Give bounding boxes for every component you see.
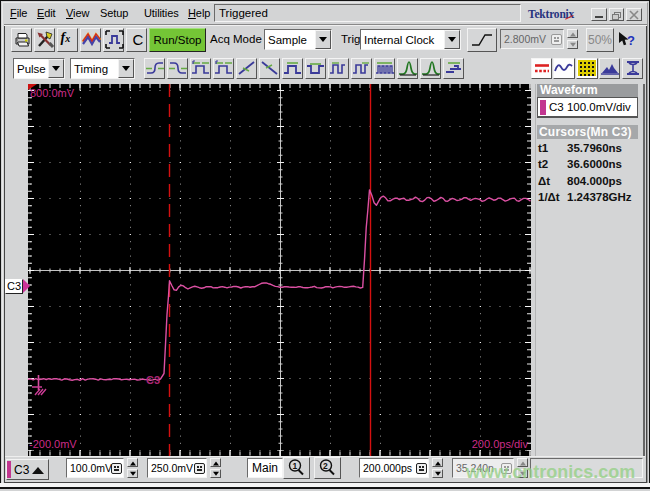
svg-text:1: 1 bbox=[293, 461, 298, 471]
svg-text:?: ? bbox=[627, 33, 635, 48]
svg-text:C3: C3 bbox=[146, 374, 160, 386]
svg-text:2: 2 bbox=[323, 461, 328, 471]
svg-text:200.0ps/div: 200.0ps/div bbox=[472, 438, 529, 450]
svg-text:800.0mV: 800.0mV bbox=[30, 87, 75, 99]
svg-text:-200.0mV: -200.0mV bbox=[29, 438, 77, 450]
